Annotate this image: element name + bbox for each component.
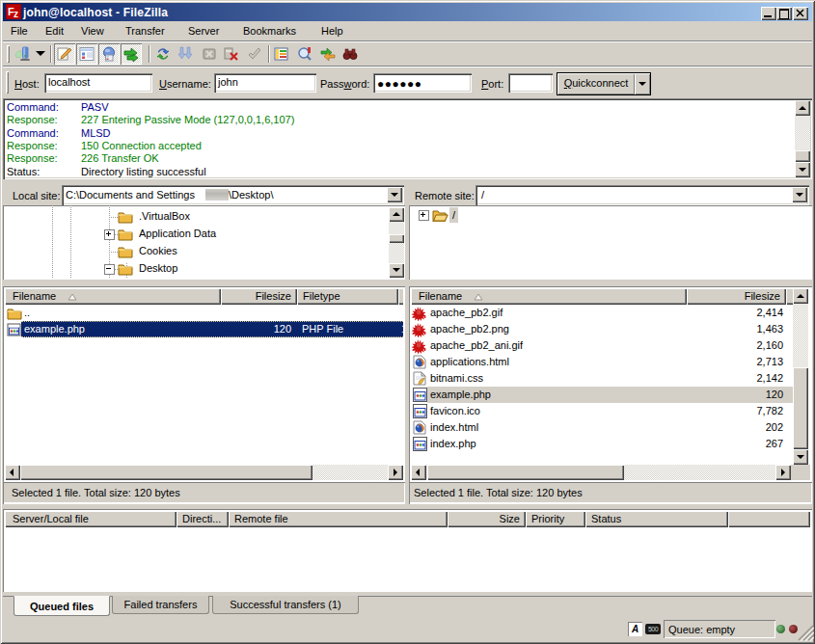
svg-text:z: z: [14, 9, 18, 19]
